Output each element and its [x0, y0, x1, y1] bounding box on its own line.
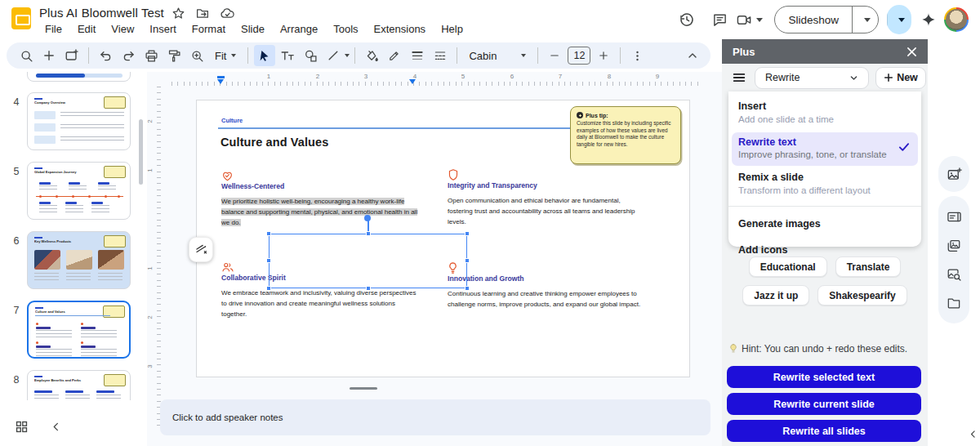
image-search-icon[interactable] — [947, 267, 961, 282]
cloud-saved-icon[interactable] — [220, 7, 235, 20]
style-translate-button[interactable]: Translate — [835, 256, 902, 277]
notes-resize-handle[interactable] — [350, 387, 377, 390]
menu-icon[interactable] — [732, 70, 746, 85]
slide-thumbnail-7-selected[interactable]: Culture and Values — [27, 301, 131, 359]
collapse-toolbar-button[interactable] — [686, 42, 699, 69]
menu-file[interactable]: File — [39, 22, 68, 36]
menu-view[interactable]: View — [105, 22, 140, 36]
horizontal-ruler: 1 2 3 4 5 6 7 8 9 — [147, 72, 719, 87]
rewrite-current-slide-button[interactable]: Rewrite current slide — [727, 393, 921, 415]
folder-icon[interactable] — [947, 297, 961, 310]
add-image-icon[interactable] — [947, 167, 962, 182]
zoom-select[interactable]: Fit — [208, 45, 243, 66]
comments-icon[interactable] — [703, 3, 736, 36]
section-collaborative[interactable]: Collaborative Spirit We embrace teamwork… — [221, 261, 425, 319]
section-innovation[interactable]: Innovation and Growth Continuous learnin… — [448, 261, 652, 310]
slides-logo[interactable] — [11, 7, 31, 29]
font-size-input[interactable]: 12 — [568, 47, 590, 65]
border-dash-tool[interactable] — [430, 45, 451, 66]
slide-thumbnail-4[interactable]: Company Overview — [27, 92, 131, 150]
new-slide-with-layout-button[interactable] — [61, 45, 82, 66]
slideshow-options-button[interactable] — [852, 6, 878, 33]
resize-handle[interactable] — [266, 231, 271, 236]
move-folder-icon[interactable] — [195, 7, 210, 20]
style-shakespearify-button[interactable]: Shakespearify — [817, 285, 906, 306]
menu-format[interactable]: Format — [186, 22, 231, 36]
line-tool-options[interactable] — [345, 54, 350, 57]
rotation-handle[interactable] — [364, 215, 371, 221]
menu-item-insert[interactable]: Insert Add one slide at a time — [728, 96, 921, 131]
image-stack-icon[interactable] — [947, 239, 961, 253]
fill-color-tool[interactable] — [361, 45, 382, 66]
expand-panel-icon[interactable] — [968, 429, 978, 439]
share-options-button[interactable] — [887, 5, 911, 34]
search-menus-icon[interactable] — [16, 45, 37, 66]
menu-item-remix-slide[interactable]: Remix a slide Transform into a different… — [728, 167, 921, 202]
zoom-icon[interactable] — [186, 45, 207, 66]
border-weight-tool[interactable] — [407, 45, 428, 66]
menu-item-generate-images[interactable]: Generate images — [728, 212, 921, 241]
indent-marker[interactable] — [409, 79, 416, 84]
filmstrip-scrollbar[interactable] — [139, 119, 143, 185]
slide-eyebrow[interactable]: Culture — [221, 117, 243, 124]
section-wellness[interactable]: Wellness-Centered We prioritize holistic… — [221, 170, 425, 228]
meet-presentation-control[interactable] — [736, 12, 763, 28]
mode-select[interactable]: Rewrite — [755, 67, 869, 89]
style-educational-button[interactable]: Educational — [749, 256, 827, 277]
slide-editor[interactable]: Culture Culture and Values Plus tip: Cus… — [196, 100, 690, 377]
menu-item-rewrite-text[interactable]: Rewrite text Improve phrasing, tone, or … — [732, 132, 918, 167]
section-integrity[interactable]: Integrity and Transparency Open communic… — [448, 168, 652, 227]
menu-slide[interactable]: Slide — [235, 22, 270, 36]
undo-button[interactable] — [95, 45, 116, 66]
line-tool[interactable] — [323, 45, 344, 66]
shape-tool[interactable] — [300, 45, 321, 66]
gemini-sparkle-icon[interactable] — [921, 12, 936, 27]
contact-card-icon[interactable] — [947, 210, 962, 224]
font-family-select[interactable]: Cabin — [462, 45, 532, 66]
collapse-filmstrip-icon[interactable] — [50, 421, 62, 433]
rewrite-selected-text-button[interactable]: Rewrite selected text — [727, 366, 921, 388]
menu-help[interactable]: Help — [435, 22, 469, 36]
style-jazz-it-up-button[interactable]: Jazz it up — [742, 285, 809, 306]
new-slide-button[interactable] — [38, 45, 60, 66]
new-presentation-button[interactable]: New — [875, 67, 926, 89]
star-icon[interactable] — [172, 7, 185, 20]
version-history-icon[interactable] — [670, 3, 703, 36]
menu-tools[interactable]: Tools — [327, 22, 363, 36]
paint-format-button[interactable] — [163, 45, 185, 66]
slide-number: 5 — [8, 166, 24, 177]
menu-edit[interactable]: Edit — [72, 22, 101, 36]
slide-title[interactable]: Culture and Values — [220, 136, 328, 149]
indent-marker[interactable] — [217, 76, 225, 78]
menu-arrange[interactable]: Arrange — [274, 22, 323, 36]
account-avatar[interactable] — [944, 7, 969, 32]
increase-font-size-button[interactable] — [593, 45, 614, 66]
select-tool[interactable] — [254, 45, 275, 66]
document-title[interactable]: Plus AI Bloomwell Test — [39, 6, 164, 20]
slide-thumbnail-6[interactable]: Key Wellness Products — [27, 231, 131, 289]
slideshow-button[interactable]: Slideshow — [774, 6, 879, 33]
slide-thumbnail-8[interactable]: Employee Benefits and Perks — [27, 370, 131, 400]
speaker-notes[interactable]: Click to add speaker notes — [160, 399, 710, 435]
more-options-button[interactable] — [626, 45, 648, 66]
plus-rewrite-fab[interactable] — [189, 237, 213, 262]
decrease-font-size-button[interactable] — [544, 45, 565, 66]
slide-number: 4 — [8, 96, 24, 108]
selected-text[interactable]: We prioritize holistic well-being, encou… — [221, 198, 417, 226]
border-color-tool[interactable] — [384, 45, 405, 66]
grid-view-icon[interactable] — [15, 420, 29, 434]
slide-thumbnail-5[interactable]: Global Expansion Journey — [27, 162, 131, 220]
plus-tip-card[interactable]: Plus tip: Customize this slide by includ… — [570, 106, 681, 164]
print-button[interactable] — [140, 45, 162, 66]
resize-handle[interactable] — [465, 231, 470, 236]
share-button[interactable]: Share — [887, 5, 911, 34]
slide-thumbnail-3-partial[interactable] — [27, 72, 131, 82]
text-box-tool[interactable] — [277, 45, 298, 66]
check-icon — [898, 142, 910, 152]
rewrite-all-slides-button[interactable]: Rewrite all slides — [727, 420, 921, 442]
menu-insert[interactable]: Insert — [144, 22, 182, 36]
indent-marker[interactable] — [217, 79, 224, 84]
close-icon[interactable] — [906, 47, 917, 57]
redo-button[interactable] — [118, 45, 139, 66]
menu-extensions[interactable]: Extensions — [368, 22, 432, 36]
